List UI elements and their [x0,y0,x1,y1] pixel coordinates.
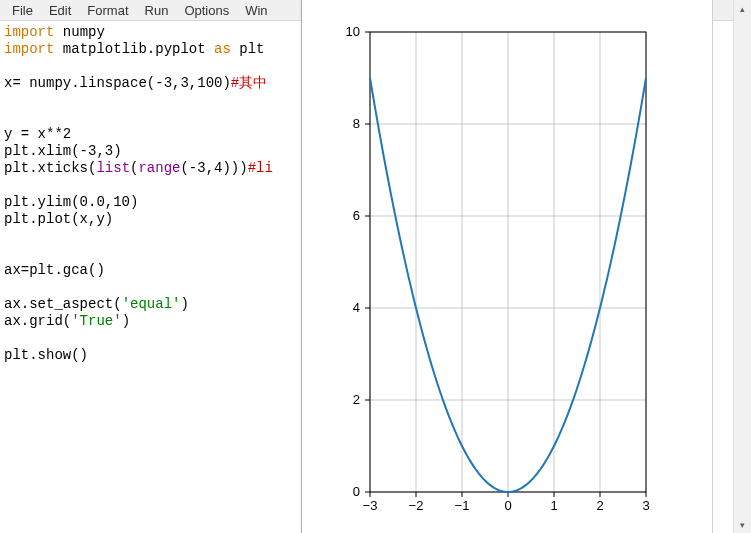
menu-run[interactable]: Run [137,2,177,19]
svg-text:8: 8 [353,116,360,131]
menu-options[interactable]: Options [176,2,237,19]
code-editor[interactable]: import numpy import matplotlib.pyplot as… [0,22,308,533]
menu-edit[interactable]: Edit [41,2,79,19]
menu-file[interactable]: File [4,2,41,19]
svg-text:−2: −2 [409,498,424,513]
menu-format[interactable]: Format [79,2,136,19]
svg-text:2: 2 [596,498,603,513]
svg-text:4: 4 [353,300,360,315]
scroll-down-icon[interactable]: ▾ [734,516,751,533]
svg-text:−1: −1 [455,498,470,513]
menu-window[interactable]: Win [237,2,275,19]
svg-text:2: 2 [353,392,360,407]
figure-window: −3−2−101230246810 [301,0,713,533]
svg-text:6: 6 [353,208,360,223]
svg-text:0: 0 [353,484,360,499]
svg-text:0: 0 [504,498,511,513]
scroll-up-icon[interactable]: ▴ [734,0,751,17]
svg-text:10: 10 [346,24,360,39]
svg-text:−3: −3 [363,498,378,513]
vertical-scrollbar[interactable]: ▴ ▾ [733,0,751,533]
svg-text:1: 1 [550,498,557,513]
svg-text:3: 3 [642,498,649,513]
plot-canvas: −3−2−101230246810 [310,22,710,527]
